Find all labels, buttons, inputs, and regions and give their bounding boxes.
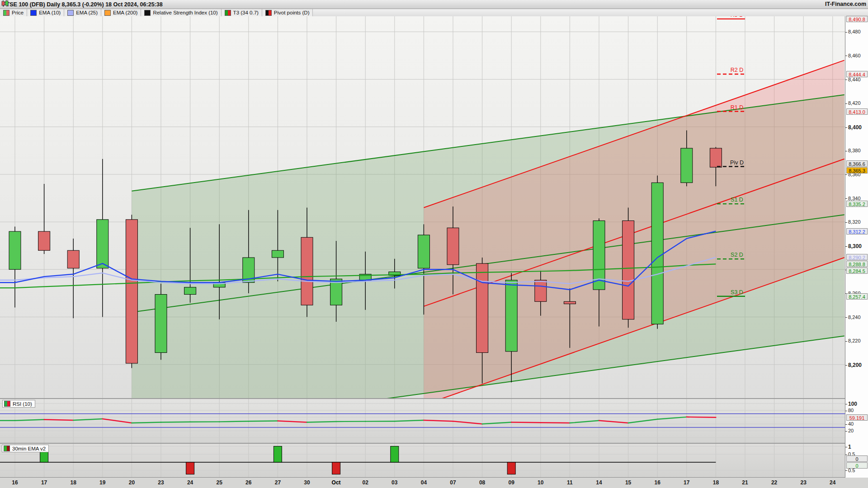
legend-item-label: EMA (10) [39, 10, 61, 15]
instrument-title: FTSE 100 (DFB) Daily 8,365.3 (-0.20%) 18… [3, 1, 163, 8]
date-label-18: 18 [71, 479, 76, 486]
date-label-11: 11 [567, 479, 573, 486]
pivot-label-S1D[interactable]: S1 D [731, 197, 743, 203]
rsi-segment[interactable] [278, 421, 307, 422]
rsi-segment[interactable] [424, 420, 453, 421]
rsi-swatch-icon [4, 401, 10, 407]
pivot-label-PivD[interactable]: Piv D [730, 160, 744, 166]
rsi-segment[interactable] [570, 421, 599, 423]
date-label-19: 19 [99, 479, 105, 486]
rsi-segment[interactable] [687, 417, 716, 418]
price-chart[interactable]: R3 DR2 DR1 DPiv DS1 DS2 DS3 D [0, 16, 845, 398]
pivot-label-S2D[interactable]: S2 D [731, 252, 743, 258]
rsi-panel[interactable]: RSI (10) [0, 399, 845, 444]
legend-item-pivot-points-d-[interactable]: Pivot points (D) [262, 9, 313, 16]
date-label-26: 26 [245, 479, 251, 486]
date-label-20: 20 [129, 479, 135, 486]
rsi-segment[interactable] [44, 419, 74, 420]
date-label-18: 18 [713, 479, 719, 486]
legend-swatch-icon [104, 10, 111, 16]
rsi-tick-label: 80 [845, 408, 854, 413]
date-label-02: 02 [363, 479, 368, 486]
pivot-label-R3D[interactable]: R3 D [731, 16, 743, 18]
axis-value-box: 8,288.8 [846, 261, 868, 267]
rsi-segment[interactable] [73, 419, 103, 420]
legend-item-relative-strength-index-10-[interactable]: Relative Strength Index (10) [141, 9, 221, 16]
legend-item-ema-200-[interactable]: EMA (200) [101, 9, 141, 16]
price-tick-label: 8,460 [845, 53, 861, 58]
signal-bar-09[interactable] [507, 462, 515, 474]
candlestick-19[interactable] [97, 159, 108, 317]
signal-panel[interactable]: 30min EMA v2 [0, 444, 845, 478]
price-tick-label: 8,400 [845, 124, 862, 131]
signal-bar-Oct[interactable] [332, 462, 340, 474]
legend-item-price[interactable]: Price [0, 9, 27, 16]
signal-chart[interactable] [0, 444, 845, 477]
main-price-panel[interactable]: R3 DR2 DR1 DPiv DS1 DS2 DS3 D IT-Finance… [0, 16, 845, 399]
rsi-segment[interactable] [541, 422, 570, 423]
rsi-segment[interactable] [307, 422, 336, 422]
rsi-segment[interactable] [511, 422, 541, 423]
legend-item-ema-25-[interactable]: EMA (25) [64, 9, 101, 16]
rsi-segment[interactable] [628, 419, 658, 423]
pivot-label-S3D[interactable]: S3 D [731, 289, 743, 296]
price-tick-label: 8,420 [845, 100, 861, 106]
rsi-segment[interactable] [599, 421, 628, 423]
pivot-label-R1D[interactable]: R1 D [731, 104, 743, 111]
date-label-21: 21 [742, 479, 748, 486]
pivot-label-R2D[interactable]: R2 D [731, 67, 743, 73]
rsi-segment[interactable] [249, 421, 278, 422]
signal-bar-24[interactable] [186, 462, 194, 474]
signal-legend[interactable]: 30min EMA v2 [2, 445, 49, 452]
date-label-23: 23 [158, 479, 164, 486]
signal-legend-label: 30min EMA v2 [12, 446, 46, 451]
price-tick-label: 8,340 [845, 196, 861, 201]
axis-value-box: 8,366.6 [846, 160, 868, 167]
rsi-chart[interactable] [0, 399, 845, 443]
candlestick-16[interactable] [9, 227, 21, 308]
brand-logo: IT-Finance.com [825, 1, 866, 7]
legend-item-label: T3 (34 0.7) [233, 10, 259, 15]
date-label-04: 04 [421, 479, 427, 486]
legend-swatch-icon [265, 10, 272, 16]
rsi-segment[interactable] [161, 422, 190, 422]
date-label-07: 07 [450, 479, 456, 486]
rsi-segment[interactable] [15, 419, 44, 420]
candlestick-18[interactable] [67, 239, 79, 318]
rsi-legend-label: RSI (10) [13, 401, 32, 407]
axis-value-box: 8,312.2 [846, 228, 868, 235]
signal-bar-27[interactable] [274, 446, 282, 462]
date-label-16: 16 [655, 479, 660, 486]
date-label-24: 24 [830, 479, 835, 486]
price-tick-label: 8,240 [845, 314, 861, 320]
axis-value-box: 8,290.2 [846, 254, 868, 260]
rsi-segment[interactable] [219, 421, 249, 422]
time-axis[interactable]: 1617181920232425262730Oct020304070809101… [0, 478, 868, 488]
date-label-23: 23 [801, 479, 807, 486]
trading-platform-window: { "header": { "title": "FTSE 100 (DFB) D… [0, 0, 868, 488]
candlestick-16[interactable] [651, 176, 663, 329]
date-label-27: 27 [275, 479, 281, 486]
legend-item-t3-34-0-7-[interactable]: T3 (34 0.7) [222, 9, 262, 16]
candlestick-20[interactable] [126, 215, 137, 368]
rsi-legend[interactable]: RSI (10) [2, 400, 35, 408]
rsi-segment[interactable] [482, 422, 512, 424]
rsi-segment[interactable] [103, 419, 132, 423]
signal-bar-03[interactable] [391, 446, 399, 462]
price-axis[interactable]: 8,4808,4608,4408,4208,4008,3808,3608,340… [845, 16, 868, 478]
signal-value-box: 0 [846, 462, 868, 469]
candlestick-chart-icon [1, 0, 9, 7]
candlestick-17[interactable] [38, 184, 50, 254]
price-tick-label: 8,320 [845, 219, 861, 225]
signal-swatch-icon [4, 446, 10, 451]
legend-swatch-icon [67, 10, 74, 16]
rsi-segment[interactable] [132, 422, 161, 423]
legend-item-ema-10-[interactable]: EMA (10) [27, 9, 64, 16]
candlestick-23[interactable] [155, 284, 167, 360]
price-tick-label: 8,480 [845, 29, 861, 34]
rsi-segment[interactable] [453, 421, 482, 424]
price-tick-label: 8,200 [845, 362, 862, 368]
date-label-25: 25 [217, 479, 222, 486]
price-tick-label: 8,380 [845, 148, 861, 153]
rsi-segment[interactable] [395, 420, 424, 421]
